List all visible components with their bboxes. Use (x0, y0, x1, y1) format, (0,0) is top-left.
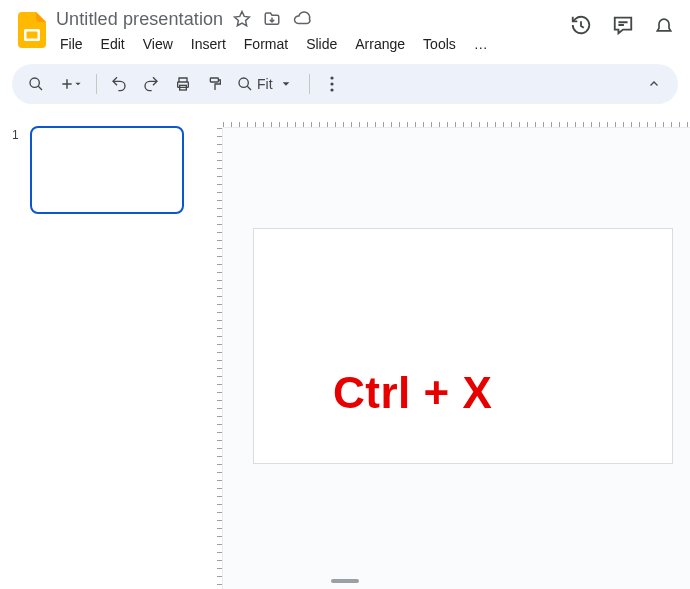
svg-point-8 (330, 82, 333, 85)
vertical-ruler[interactable] (205, 128, 223, 589)
comment-icon[interactable] (612, 14, 634, 36)
cloud-status-icon[interactable] (291, 8, 313, 30)
slide-number: 1 (12, 126, 22, 581)
notifications-icon[interactable] (654, 14, 674, 36)
svg-point-9 (330, 88, 333, 91)
zoom-value: Fit (255, 76, 279, 92)
menu-view[interactable]: View (135, 32, 181, 56)
app-logo[interactable] (12, 6, 52, 48)
redo-button[interactable] (137, 70, 165, 98)
new-slide-button[interactable] (54, 70, 88, 98)
slides-logo-icon (18, 12, 46, 48)
toolbar-separator (96, 74, 97, 94)
undo-button[interactable] (105, 70, 133, 98)
menu-slide[interactable]: Slide (298, 32, 345, 56)
search-menus-button[interactable] (22, 70, 50, 98)
menu-edit[interactable]: Edit (93, 32, 133, 56)
paint-format-button[interactable] (201, 70, 229, 98)
menu-file[interactable]: File (52, 32, 91, 56)
bottom-bar (0, 573, 690, 589)
resize-handle[interactable] (331, 579, 359, 583)
svg-rect-1 (27, 32, 38, 39)
svg-rect-5 (210, 78, 218, 82)
toolbar: Fit (12, 64, 678, 104)
zoom-icon (237, 76, 253, 92)
move-icon[interactable] (261, 8, 283, 30)
canvas-background[interactable]: Ctrl + X (223, 128, 690, 589)
title-row: Untitled presentation (52, 6, 570, 30)
menu-arrange[interactable]: Arrange (347, 32, 413, 56)
slide-panel: 1 (0, 110, 205, 589)
slide-canvas[interactable] (253, 228, 673, 464)
horizontal-ruler[interactable] (223, 110, 690, 128)
more-tools-button[interactable] (318, 70, 346, 98)
zoom-control[interactable]: Fit (233, 76, 301, 92)
toolbar-container: Fit (0, 58, 690, 110)
title-area: Untitled presentation File Edit View Ins… (52, 6, 570, 58)
svg-point-6 (239, 78, 248, 87)
toolbar-separator (309, 74, 310, 94)
menu-format[interactable]: Format (236, 32, 296, 56)
menu-tools[interactable]: Tools (415, 32, 464, 56)
svg-point-7 (330, 76, 333, 79)
canvas-area: Ctrl + X (205, 110, 690, 589)
header-bar: Untitled presentation File Edit View Ins… (0, 0, 690, 58)
chevron-down-icon (74, 80, 82, 88)
star-icon[interactable] (231, 8, 253, 30)
menu-more[interactable]: … (466, 32, 496, 56)
workspace: 1 Ctrl + X (0, 110, 690, 589)
print-button[interactable] (169, 70, 197, 98)
chevron-down-icon (281, 79, 297, 89)
document-title[interactable]: Untitled presentation (56, 9, 223, 30)
svg-point-2 (30, 78, 39, 87)
header-actions (570, 6, 678, 36)
overlay-shortcut-text: Ctrl + X (333, 368, 492, 418)
history-icon[interactable] (570, 14, 592, 36)
collapse-toolbar-button[interactable] (640, 70, 668, 98)
slide-thumbnail-1[interactable] (30, 126, 184, 214)
menu-insert[interactable]: Insert (183, 32, 234, 56)
menu-bar: File Edit View Insert Format Slide Arran… (52, 30, 570, 58)
